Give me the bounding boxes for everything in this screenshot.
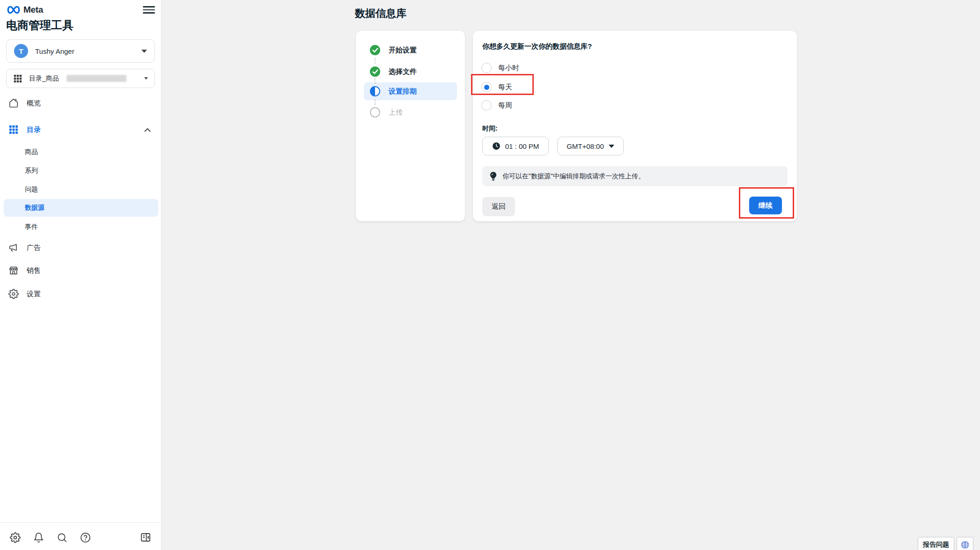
chevron-down-icon xyxy=(609,145,614,148)
sidebar-item-overview[interactable]: 概览 xyxy=(0,94,162,112)
step-upload: 上传 xyxy=(356,107,465,118)
search-icon xyxy=(57,532,67,543)
option-label: 每小时 xyxy=(498,64,519,73)
empty-circle-icon xyxy=(370,107,380,117)
tip-box: 你可以在"数据源"中编辑排期或请求一次性上传。 xyxy=(482,166,788,186)
avatar: T xyxy=(14,44,28,58)
collapse-sidebar-button[interactable] xyxy=(140,532,151,543)
sidebar-item-data-sources[interactable]: 数据源 xyxy=(4,199,158,217)
grid-icon xyxy=(8,124,19,135)
account-name: Tushy Anger xyxy=(35,47,74,55)
schedule-question: 你想多久更新一次你的数据信息库? xyxy=(482,42,592,51)
page-title: 数据信息库 xyxy=(355,7,406,21)
schedule-panel: 你想多久更新一次你的数据信息库? 每小时 每天 每周 时间: 01 : 00 P… xyxy=(473,31,797,221)
sidebar: Meta 电商管理工具 T Tushy Anger 目录_商品 概览 xyxy=(0,0,162,550)
step-label: 设置排期 xyxy=(389,87,417,96)
sidebar-item-label: 问题 xyxy=(25,185,38,194)
sidebar-item-label: 销售 xyxy=(27,266,41,275)
step-label: 开始设置 xyxy=(389,46,417,55)
sidebar-item-label: 设置 xyxy=(27,290,41,299)
lightbulb-icon xyxy=(490,172,497,181)
bell-icon xyxy=(33,532,44,543)
sidebar-item-label: 事件 xyxy=(25,223,38,231)
option-daily[interactable]: 每天 xyxy=(473,78,660,96)
redacted-text xyxy=(66,75,126,82)
back-button[interactable]: 返回 xyxy=(482,197,515,216)
catalog-selector[interactable]: 目录_商品 xyxy=(6,69,155,88)
step-label: 上传 xyxy=(389,108,403,117)
radio-weekly[interactable] xyxy=(481,100,492,110)
language-button[interactable] xyxy=(957,537,973,550)
meta-wordmark: Meta xyxy=(23,5,43,15)
gear-icon xyxy=(8,288,19,300)
setup-steps-panel: 开始设置 选择文件 设置排期 上传 xyxy=(356,31,465,221)
step-connector xyxy=(375,99,376,105)
option-label: 每周 xyxy=(498,101,512,110)
search-button[interactable] xyxy=(56,532,67,543)
time-picker-button[interactable]: 01 : 00 PM xyxy=(482,137,549,155)
half-circle-icon xyxy=(370,86,380,96)
step-start-setup[interactable]: 开始设置 xyxy=(356,44,465,56)
sidebar-item-label: 概览 xyxy=(27,99,41,108)
step-connector xyxy=(375,78,376,84)
megaphone-icon xyxy=(8,242,19,253)
sidebar-item-collections[interactable]: 系列 xyxy=(4,161,158,180)
option-hourly[interactable]: 每小时 xyxy=(473,59,660,77)
sidebar-item-label: 商品 xyxy=(25,148,38,156)
time-value: 01 : 00 PM xyxy=(505,142,539,150)
gear-icon xyxy=(10,532,21,543)
help-icon xyxy=(80,532,91,543)
sidebar-item-ads[interactable]: 广告 xyxy=(0,238,162,257)
help-button[interactable] xyxy=(80,532,91,543)
chevron-down-icon xyxy=(144,77,148,80)
option-label: 每天 xyxy=(498,83,512,92)
option-weekly[interactable]: 每周 xyxy=(473,96,660,115)
meta-infinity-icon xyxy=(7,6,21,14)
report-problem-button[interactable]: 报告问题 xyxy=(918,537,954,550)
continue-button[interactable]: 继续 xyxy=(749,197,782,214)
tip-text: 你可以在"数据源"中编辑排期或请求一次性上传。 xyxy=(502,172,645,181)
sidebar-item-commerce[interactable]: 销售 xyxy=(0,261,162,280)
app-title: 电商管理工具 xyxy=(6,18,74,33)
step-set-schedule[interactable]: 设置排期 xyxy=(356,86,465,97)
sidebar-item-issues[interactable]: 问题 xyxy=(4,180,158,199)
grid-icon xyxy=(13,74,22,83)
notifications-button[interactable] xyxy=(33,532,44,543)
step-select-file[interactable]: 选择文件 xyxy=(356,66,465,77)
catalog-name: 目录_商品 xyxy=(29,74,59,83)
timezone-select[interactable]: GMT+08:00 xyxy=(557,137,624,155)
radio-daily[interactable] xyxy=(481,82,492,92)
sidebar-item-events[interactable]: 事件 xyxy=(4,218,158,236)
timezone-value: GMT+08:00 xyxy=(567,142,604,150)
sidebar-item-label: 系列 xyxy=(25,167,38,175)
clock-icon xyxy=(492,142,501,150)
check-circle-icon xyxy=(370,66,380,77)
sidebar-item-catalog[interactable]: 目录 xyxy=(0,120,162,139)
step-connector xyxy=(375,58,376,64)
settings-button[interactable] xyxy=(9,532,21,543)
menu-icon[interactable] xyxy=(143,5,155,15)
time-label: 时间: xyxy=(482,125,498,133)
meta-logo: Meta xyxy=(7,5,43,15)
business-account-selector[interactable]: T Tushy Anger xyxy=(6,39,155,63)
collapse-panel-icon xyxy=(140,532,151,543)
sidebar-item-label: 广告 xyxy=(27,243,41,252)
divider xyxy=(0,522,162,523)
store-icon xyxy=(8,265,19,276)
sidebar-item-label: 目录 xyxy=(27,125,41,134)
chevron-down-icon xyxy=(141,50,147,53)
chevron-up-icon xyxy=(144,128,151,132)
check-circle-icon xyxy=(370,45,380,55)
step-label: 选择文件 xyxy=(389,67,417,76)
globe-icon xyxy=(960,540,970,550)
sidebar-item-products[interactable]: 商品 xyxy=(4,143,158,161)
sidebar-item-settings[interactable]: 设置 xyxy=(0,285,162,303)
home-icon xyxy=(8,97,19,109)
sidebar-item-label: 数据源 xyxy=(25,204,44,212)
radio-hourly[interactable] xyxy=(481,63,492,73)
